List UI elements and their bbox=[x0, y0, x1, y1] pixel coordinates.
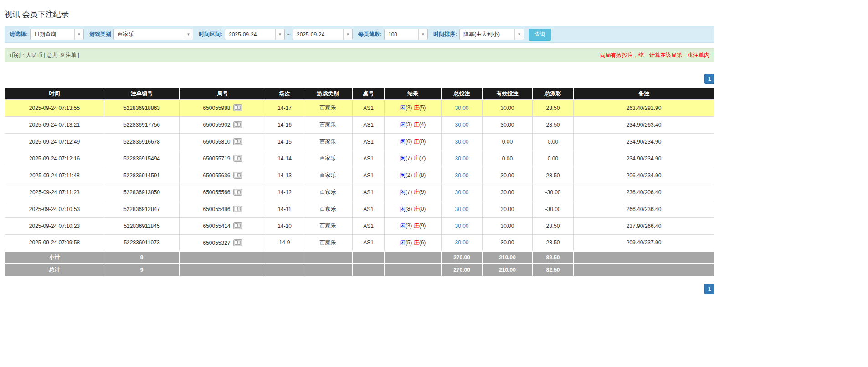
round-number: 650055810 bbox=[203, 139, 230, 145]
chevron-down-icon[interactable]: ▼ bbox=[514, 29, 524, 40]
result-player-label: 闲 bbox=[400, 239, 406, 246]
cell-table-no: AS1 bbox=[353, 150, 385, 167]
cell-payout: 0.00 bbox=[533, 150, 574, 167]
result-banker-label: 庄 bbox=[414, 222, 419, 229]
cell-game-type: 百家乐 bbox=[303, 234, 353, 251]
chevron-down-icon[interactable]: ▼ bbox=[184, 29, 193, 40]
video-replay-icon[interactable] bbox=[233, 206, 242, 212]
page-button[interactable]: 1 bbox=[704, 284, 714, 294]
cell-bet-id: 522836911073 bbox=[104, 234, 180, 251]
total-bet-link[interactable]: 30.00 bbox=[455, 239, 468, 246]
footer-valid-bet: 210.00 bbox=[483, 251, 533, 264]
filter-label-page-size: 每页笔数: bbox=[358, 31, 382, 38]
summary-row: 总计9270.00210.0082.50 bbox=[5, 264, 714, 276]
total-bet-link[interactable]: 30.00 bbox=[455, 122, 468, 128]
table-row: 2025-09-24 07:11:48522836914591650055636… bbox=[5, 167, 714, 184]
date-to-select[interactable]: 2025-09-24 ▼ bbox=[293, 29, 353, 40]
cell-remark: 263.40/291.90 bbox=[574, 99, 714, 116]
round-number: 650055327 bbox=[203, 239, 230, 246]
cell-game-type: 百家乐 bbox=[303, 184, 353, 201]
video-replay-icon[interactable] bbox=[233, 189, 242, 196]
footer-empty-cell bbox=[303, 251, 353, 264]
cell-bet-id: 522836916678 bbox=[104, 133, 180, 150]
total-bet-link[interactable]: 30.00 bbox=[455, 139, 468, 145]
cell-result: 闲(0) 庄(0) bbox=[385, 133, 442, 150]
cell-bet-id: 522836915494 bbox=[104, 150, 180, 167]
cell-remark: 209.40/237.90 bbox=[574, 234, 714, 251]
column-header: 注单编号 bbox=[104, 88, 180, 99]
page-size-select[interactable]: 100 ▼ bbox=[384, 29, 428, 40]
result-banker-score: (6) bbox=[419, 239, 426, 246]
cell-round: 650055414 bbox=[180, 217, 266, 234]
video-replay-icon[interactable] bbox=[233, 222, 242, 229]
filter-label-select: 请选择: bbox=[10, 31, 28, 38]
footer-empty-cell bbox=[385, 264, 442, 276]
round-number: 650055719 bbox=[203, 155, 230, 162]
cell-total-bet: 30.00 bbox=[442, 99, 483, 116]
cell-round: 650055810 bbox=[180, 133, 266, 150]
total-bet-link[interactable]: 30.00 bbox=[455, 155, 468, 162]
cell-round: 650055902 bbox=[180, 116, 266, 133]
cell-total-bet: 30.00 bbox=[442, 184, 483, 201]
footer-payout: 82.50 bbox=[533, 264, 574, 276]
cell-time: 2025-09-24 07:13:21 bbox=[5, 116, 104, 133]
page-title: 视讯 会员下注纪录 bbox=[5, 0, 714, 26]
cell-session: 14-12 bbox=[266, 184, 303, 201]
round-number: 650055988 bbox=[203, 105, 230, 111]
video-replay-icon[interactable] bbox=[233, 138, 242, 145]
round-number: 650055636 bbox=[203, 172, 230, 179]
round-number: 650055486 bbox=[203, 206, 230, 212]
page-button[interactable]: 1 bbox=[704, 74, 714, 84]
chevron-down-icon[interactable]: ▼ bbox=[343, 29, 352, 40]
footer-empty-cell bbox=[353, 264, 385, 276]
summary-bar: 币别：人民币 | 总共 :9 注单 | 同局有效投注，统一计算在该局第一张注单内 bbox=[5, 48, 714, 62]
video-replay-icon[interactable] bbox=[233, 239, 242, 246]
result-banker-score: (8) bbox=[419, 172, 426, 178]
total-bet-link[interactable]: 30.00 bbox=[455, 206, 468, 212]
video-replay-icon[interactable] bbox=[233, 155, 242, 162]
cell-remark: 206.40/234.90 bbox=[574, 167, 714, 184]
date-type-value: 日期查询 bbox=[31, 29, 74, 40]
result-player-score: (3) bbox=[406, 104, 412, 111]
footer-empty-cell bbox=[303, 264, 353, 276]
date-from-select[interactable]: 2025-09-24 ▼ bbox=[225, 29, 285, 40]
chevron-down-icon[interactable]: ▼ bbox=[418, 29, 427, 40]
chevron-down-icon[interactable]: ▼ bbox=[74, 29, 83, 40]
cell-valid-bet: 30.00 bbox=[483, 167, 533, 184]
result-banker-score: (9) bbox=[419, 222, 426, 229]
result-player-label: 闲 bbox=[400, 104, 406, 111]
column-header: 时间 bbox=[5, 88, 104, 99]
game-type-select[interactable]: 百家乐 ▼ bbox=[113, 29, 193, 40]
footer-empty-cell bbox=[574, 264, 714, 276]
video-replay-icon[interactable] bbox=[233, 104, 242, 111]
sort-order-select[interactable]: 降幂(由大到小) ▼ bbox=[459, 29, 524, 40]
footer-count: 9 bbox=[104, 251, 180, 264]
video-replay-icon[interactable] bbox=[233, 172, 242, 179]
result-player-score: (7) bbox=[406, 155, 412, 161]
cell-payout: 28.50 bbox=[533, 234, 574, 251]
cell-game-type: 百家乐 bbox=[303, 167, 353, 184]
total-bet-link[interactable]: 30.00 bbox=[455, 105, 468, 111]
result-player-label: 闲 bbox=[400, 189, 406, 195]
column-header: 总投注 bbox=[442, 88, 483, 99]
total-bet-link[interactable]: 30.00 bbox=[455, 223, 468, 229]
cell-round: 650055988 bbox=[180, 99, 266, 116]
result-banker-label: 庄 bbox=[414, 172, 419, 178]
column-header: 桌号 bbox=[353, 88, 385, 99]
cell-session: 14-10 bbox=[266, 217, 303, 234]
result-banker-score: (9) bbox=[419, 189, 426, 195]
result-banker-label: 庄 bbox=[414, 239, 419, 246]
cell-payout: 28.50 bbox=[533, 116, 574, 133]
filter-label-time-range: 时间区间: bbox=[199, 31, 222, 38]
search-button[interactable]: 查询 bbox=[529, 29, 551, 41]
table-row: 2025-09-24 07:10:53522836912847650055486… bbox=[5, 201, 714, 217]
total-bet-link[interactable]: 30.00 bbox=[455, 172, 468, 179]
footer-valid-bet: 210.00 bbox=[483, 264, 533, 276]
video-replay-icon[interactable] bbox=[233, 121, 242, 128]
cell-bet-id: 522836917756 bbox=[104, 116, 180, 133]
total-bet-link[interactable]: 30.00 bbox=[455, 189, 468, 196]
chevron-down-icon[interactable]: ▼ bbox=[275, 29, 284, 40]
date-type-select[interactable]: 日期查询 ▼ bbox=[30, 29, 84, 40]
cell-table-no: AS1 bbox=[353, 201, 385, 217]
table-row: 2025-09-24 07:12:16522836915494650055719… bbox=[5, 150, 714, 167]
